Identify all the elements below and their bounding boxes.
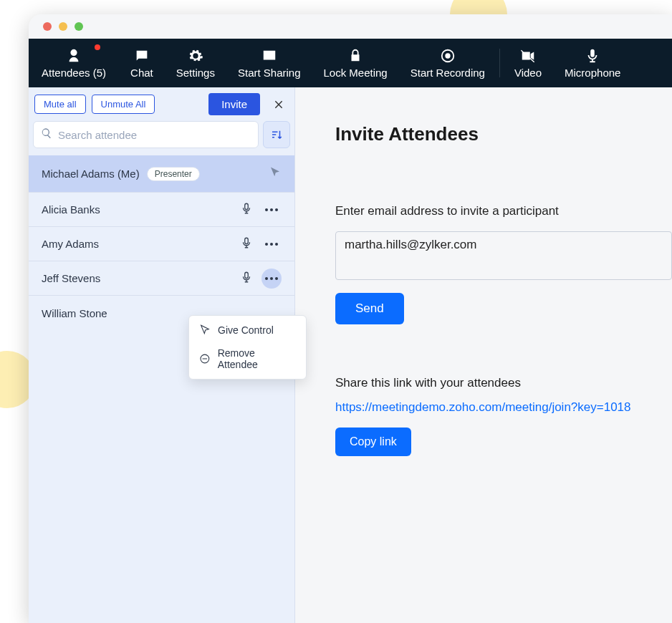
toolbar-lock[interactable]: Lock Meeting [312,39,399,87]
window-titlebar [29,14,672,39]
toolbar-chat-label: Chat [130,67,153,79]
toolbar-record-label: Start Recording [411,67,485,79]
toolbar-video[interactable]: Video [503,39,553,87]
toolbar-divider [499,49,500,77]
toolbar-microphone[interactable]: Microphone [553,39,632,87]
attendee-context-menu: Give Control Remove Attendee [188,315,307,380]
cursor-icon [269,166,282,181]
attendee-row-me[interactable]: Michael Adams (Me) Presenter [29,155,294,193]
copy-link-button[interactable]: Copy link [335,428,411,456]
attendee-name: Jeff Stevens [42,272,100,284]
more-options-button[interactable] [261,200,282,220]
more-options-button[interactable] [261,234,282,254]
sort-button[interactable] [263,121,290,148]
video-off-icon [520,48,536,64]
email-label: Enter email address to invite a particip… [335,204,672,218]
menu-give-control[interactable]: Give Control [189,319,306,342]
toolbar-attendees-label: Attendees (5) [42,67,106,79]
toolbar-chat[interactable]: Chat [119,39,165,87]
cursor-icon [199,324,211,336]
share-label: Share this link with your attendees [335,376,672,390]
mute-all-button[interactable]: Mute all [34,95,86,114]
more-icon [265,243,278,246]
svg-rect-3 [245,238,249,243]
sort-icon [270,128,283,141]
window-close-button[interactable] [43,22,52,31]
search-icon [41,127,52,142]
toolbar-settings[interactable]: Settings [165,39,226,87]
toolbar-settings-label: Settings [176,67,215,79]
notification-dot-icon [95,44,100,50]
close-panel-button[interactable] [269,95,289,115]
search-wrapper [33,121,259,148]
more-icon [265,208,278,211]
svg-rect-2 [245,203,249,209]
toolbar-share[interactable]: Start Sharing [226,39,312,87]
send-button[interactable]: Send [335,293,404,324]
attendee-row[interactable]: Amy Adams [29,227,294,261]
attendee-row[interactable]: Alicia Banks [29,193,294,227]
attendee-name: Alicia Banks [42,203,100,216]
window-minimize-button[interactable] [59,22,67,31]
remove-icon [199,353,211,364]
attendees-panel: Mute all Unmute All Invite [29,87,295,623]
share-link[interactable]: https://meetingdemo.zoho.com/meeting/joi… [335,400,672,415]
attendees-icon [66,48,82,64]
invite-button[interactable]: Invite [208,93,260,115]
toolbar-attendees[interactable]: Attendees (5) [29,39,119,87]
microphone-icon [585,48,600,64]
toolbar-video-label: Video [514,67,542,79]
gear-icon [188,48,203,64]
toolbar-lock-label: Lock Meeting [324,67,388,79]
main-toolbar: Attendees (5) Chat Settings Start Sharin… [29,39,672,87]
presenter-badge: Presenter [147,167,200,181]
app-window: Attendees (5) Chat Settings Start Sharin… [29,14,672,623]
svg-rect-4 [245,272,249,278]
email-input[interactable]: martha.hills@zylker.com [335,231,672,280]
toolbar-share-label: Start Sharing [238,67,301,79]
record-icon [440,48,456,64]
share-screen-icon [261,48,277,64]
menu-label: Remove Attendee [218,347,296,370]
toolbar-microphone-label: Microphone [565,67,620,79]
search-input[interactable] [58,129,251,141]
chat-icon [134,48,150,64]
attendee-row[interactable]: Jeff Stevens [29,261,294,296]
menu-remove-attendee[interactable]: Remove Attendee [189,342,306,376]
window-maximize-button[interactable] [75,22,83,31]
microphone-icon[interactable] [240,271,253,286]
close-icon [274,100,284,110]
microphone-icon[interactable] [240,236,253,251]
toolbar-record[interactable]: Start Recording [399,39,496,87]
svg-point-1 [445,53,450,58]
email-value: martha.hills@zylker.com [345,238,476,251]
invite-title: Invite Attendees [335,123,672,145]
panel-header: Mute all Unmute All Invite [29,87,294,121]
lock-icon [347,48,363,64]
more-options-button[interactable] [261,269,282,289]
more-icon [265,277,278,280]
invite-pane: Invite Attendees Enter email address to … [295,87,672,623]
attendee-name: William Stone [42,307,107,319]
menu-label: Give Control [218,324,274,336]
unmute-all-button[interactable]: Unmute All [92,95,155,114]
microphone-icon[interactable] [240,202,253,217]
attendee-name: Michael Adams (Me) [42,168,140,180]
attendee-name: Amy Adams [42,238,99,250]
